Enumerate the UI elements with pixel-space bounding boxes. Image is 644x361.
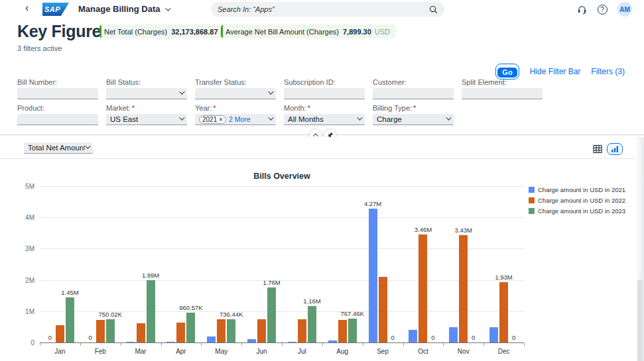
bar-may-2022[interactable] [217, 319, 225, 342]
bar-nov-2021[interactable] [449, 327, 458, 342]
bar-feb-2022[interactable] [96, 320, 105, 342]
bar-may-2021[interactable] [207, 336, 216, 342]
filter-field-split-element[interactable] [462, 88, 543, 99]
bar-nov-2022[interactable] [459, 235, 468, 342]
bar-jun-2022[interactable] [257, 319, 266, 342]
bar-mar-2022[interactable] [137, 323, 145, 342]
required-marker: * [213, 104, 216, 112]
required-marker: * [413, 104, 416, 112]
filter-field-billing-type[interactable]: Charge [373, 114, 454, 125]
filter-field-product[interactable] [17, 114, 98, 125]
data-label: 1.93M [495, 274, 512, 281]
bar-may-2023[interactable] [227, 319, 235, 342]
filter-field-market[interactable]: US East [106, 114, 187, 125]
kpi-label: Net Total (Charges) [104, 28, 167, 36]
filters-link[interactable]: Filters (3) [591, 67, 625, 76]
kpi-average-net-bill[interactable]: Average Net Bill Amount (Charges) 7,899.… [221, 25, 396, 38]
bar-jul-2022[interactable] [298, 319, 306, 342]
legend-item[interactable]: Charge amount in USD in 2022 [529, 197, 625, 204]
sap-logo[interactable]: SAP [42, 3, 69, 16]
scrollbar-track[interactable] [635, 137, 644, 361]
filter-year: Year:*2021 ×2 More [195, 104, 276, 125]
bar-jan-2023[interactable] [66, 297, 74, 342]
x-axis-category-label: May [215, 348, 227, 355]
table-view-button[interactable] [593, 144, 602, 154]
data-label: 1.99M [142, 272, 159, 279]
bar-dec-2021[interactable] [489, 327, 498, 342]
bar-jul-2023[interactable] [308, 306, 316, 342]
legend-item[interactable]: Charge amount in USD in 2021 [529, 186, 625, 193]
bar-sep-2022[interactable] [379, 277, 387, 342]
data-label: 0 [512, 334, 515, 341]
help-button[interactable]: ? [596, 3, 609, 16]
filter-subscription-id: Subscription ID: [284, 78, 365, 99]
x-axis-tick [241, 343, 242, 346]
go-button[interactable]: Go [497, 68, 517, 77]
kpi-value: 7,899.30 [343, 28, 371, 36]
bar-jan-2022[interactable] [56, 325, 64, 342]
year-token[interactable]: 2021 × [199, 115, 226, 124]
bar-mar-2023[interactable] [147, 280, 155, 342]
bills-overview-chart: Bills Overview5M4M3M2M1M001.45MJan0750.0… [0, 162, 635, 361]
bar-sep-2021[interactable] [369, 209, 377, 342]
gridline [40, 280, 524, 281]
y-axis-tick-label: 3M [15, 245, 34, 252]
bar-apr-2023[interactable] [186, 313, 195, 342]
back-button[interactable]: ‹ [25, 2, 29, 14]
y-axis-tick-label: 0 [15, 339, 34, 346]
go-button-ring: Go [495, 64, 519, 79]
y-axis-tick-label: 1M [15, 308, 34, 315]
avatar[interactable]: AM [617, 2, 632, 17]
bar-dec-2022[interactable] [499, 282, 508, 342]
help-icon: ? [598, 5, 608, 15]
filter-label-bill-status: Bill Status: [106, 78, 187, 86]
search-input[interactable]: Search In: “Apps” [211, 2, 444, 17]
app-title: Manage Billing Data [78, 4, 161, 14]
kpi-currency: USD [375, 28, 390, 36]
bar-jun-2023[interactable] [267, 287, 276, 342]
bar-oct-2021[interactable] [409, 330, 417, 342]
chevron-down-icon [357, 115, 362, 120]
filter-field-bill-number[interactable] [17, 88, 98, 99]
search-placeholder: Search In: “Apps” [218, 5, 429, 13]
data-label: 1.16M [303, 297, 320, 305]
bar-aug-2022[interactable] [338, 320, 347, 342]
filter-row-2: Product:Market:*US EastYear:*2021 ×2 Mor… [17, 104, 543, 125]
filter-label-bill-number: Bill Number: [17, 78, 98, 86]
hide-filter-bar-link[interactable]: Hide Filter Bar [530, 67, 581, 76]
scrollbar-thumb[interactable] [637, 280, 643, 361]
data-label: 1.76M [263, 279, 280, 286]
x-axis-tick [80, 343, 81, 346]
app-title-menu[interactable]: Manage Billing Data [78, 4, 169, 14]
legend-label: Charge amount in USD in 2022 [538, 197, 625, 204]
legend-item[interactable]: Charge amount in USD in 2023 [529, 207, 625, 215]
data-label: 0 [391, 334, 394, 341]
filter-field-customer[interactable] [373, 88, 454, 99]
filter-row-1: Bill Number:Bill Status:Transfer Status:… [17, 78, 543, 99]
filter-field-month[interactable]: All Months [284, 114, 365, 125]
x-axis-tick [403, 343, 404, 346]
filter-field-year[interactable]: 2021 ×2 More [195, 114, 276, 125]
more-tokens-link[interactable]: 2 More [229, 115, 268, 123]
bar-aug-2021[interactable] [328, 340, 337, 342]
bar-apr-2022[interactable] [176, 323, 185, 342]
bar-apr-2021[interactable] [166, 342, 175, 342]
filter-field-transfer-status[interactable] [195, 88, 276, 99]
bar-aug-2023[interactable] [348, 319, 357, 342]
bar-feb-2023[interactable] [106, 319, 115, 342]
filter-customer: Customer: [373, 78, 454, 99]
measure-select[interactable]: Total Net Amount [24, 142, 93, 154]
gridline [40, 186, 524, 187]
bar-oct-2022[interactable] [419, 234, 427, 342]
gridline [40, 217, 524, 218]
x-axis-tick [322, 343, 323, 346]
bar-jun-2021[interactable] [247, 339, 256, 342]
filter-field-bill-status[interactable] [106, 88, 187, 99]
bar-jul-2021[interactable] [288, 342, 296, 342]
search-icon [429, 5, 438, 14]
data-label: 0 [48, 334, 52, 341]
support-button[interactable] [575, 3, 588, 16]
filter-field-subscription-id[interactable] [284, 88, 365, 99]
bar-mar-2021[interactable] [127, 342, 135, 342]
chart-view-button[interactable] [607, 143, 623, 155]
